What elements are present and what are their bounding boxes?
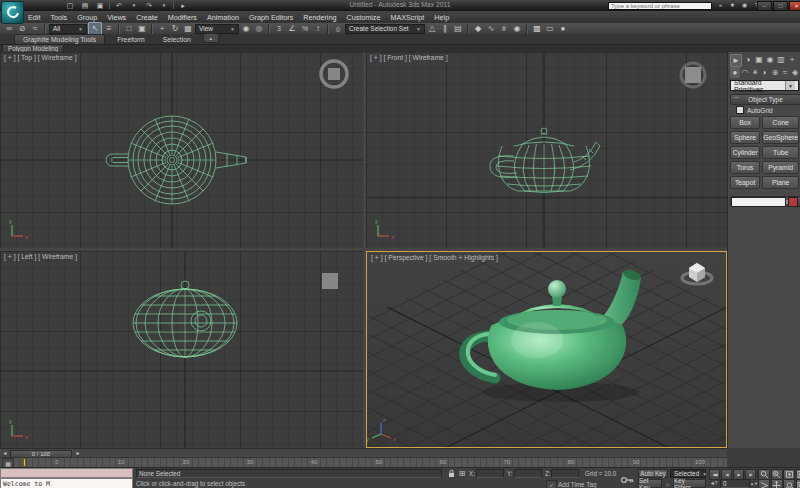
layer-manager-icon[interactable]: ▤ — [452, 23, 464, 34]
utilities-tab-icon[interactable]: + — [787, 54, 797, 65]
frame-spinner[interactable]: ▲▼ — [751, 479, 757, 488]
schematic-view-icon[interactable]: # — [498, 23, 510, 34]
close-button[interactable]: × — [789, 1, 800, 11]
menu-customize[interactable]: Customize — [346, 13, 380, 22]
window-crossing-icon[interactable]: ▣ — [136, 23, 148, 34]
select-and-manipulate-icon[interactable]: ◎ — [253, 23, 265, 34]
select-by-name-icon[interactable]: ≡ — [103, 23, 115, 34]
display-tab-icon[interactable]: ▥ — [776, 54, 786, 65]
geosphere-button[interactable]: GeoSphere — [762, 131, 799, 144]
plane-button[interactable]: Plane — [762, 176, 799, 189]
set-key-button[interactable]: Set Key — [638, 479, 662, 488]
search-input[interactable] — [608, 2, 712, 10]
menu-modifiers[interactable]: Modifiers — [168, 13, 197, 22]
motion-tab-icon[interactable]: ◉ — [765, 54, 775, 65]
viewport-top-label[interactable]: [ + ] [ Top ] [ Wireframe ] — [4, 54, 77, 61]
maxscript-listener-pink[interactable] — [0, 468, 133, 478]
use-pivot-center-icon[interactable]: ◉ — [240, 23, 252, 34]
save-file-icon[interactable]: ▣ — [94, 1, 106, 9]
menu-tools[interactable]: Tools — [50, 13, 67, 22]
new-scene-icon[interactable]: ▢ — [64, 1, 76, 9]
viewport-left-label[interactable]: [ + ] [ Left ] [ Wireframe ] — [4, 253, 77, 260]
select-and-scale-icon[interactable]: ▦ — [182, 23, 194, 34]
ribbon-tab-selection[interactable]: Selection — [157, 35, 197, 44]
selection-filter-dropdown[interactable]: All▼ — [49, 24, 87, 34]
sphere-button[interactable]: Sphere — [730, 131, 760, 144]
x-coordinate-field[interactable] — [476, 469, 504, 478]
cone-button[interactable]: Cone — [762, 116, 799, 129]
percent-snap-icon[interactable]: % — [299, 23, 311, 34]
cylinder-button[interactable]: Cylinder — [730, 146, 760, 159]
menu-views[interactable]: Views — [107, 13, 126, 22]
named-selection-set-dropdown[interactable]: Create Selection Set▼ — [345, 24, 425, 34]
object-color-swatch[interactable] — [788, 197, 798, 207]
viewport-top[interactable]: [ + ] [ Top ] [ Wireframe ] x y — [0, 52, 363, 248]
object-type-rollout[interactable]: −Object Type — [730, 94, 800, 105]
set-key-mode-icon[interactable]: ⌂ — [663, 479, 672, 488]
favorites-star-icon[interactable]: ★ — [728, 1, 737, 9]
search-go-icon[interactable]: » — [716, 1, 725, 9]
viewcube-front[interactable] — [681, 63, 705, 87]
viewport-left[interactable]: [ + ] [ Left ] [ Wireframe ] x y — [0, 251, 363, 448]
cameras-category-icon[interactable]: ◗ — [760, 67, 770, 78]
z-coordinate-field[interactable] — [551, 469, 579, 478]
add-time-tag-text[interactable]: Add Time Tag — [558, 481, 596, 488]
lock-key-icon[interactable] — [620, 472, 634, 488]
viewcube-top[interactable] — [321, 61, 347, 87]
app-logo-icon[interactable] — [1, 1, 24, 24]
create-tab-icon[interactable]: ► — [730, 54, 742, 67]
open-file-icon[interactable]: ▤ — [79, 1, 91, 9]
lights-category-icon[interactable]: ☀ — [750, 67, 760, 78]
menu-graph-editors[interactable]: Graph Editors — [249, 13, 293, 22]
render-production-icon[interactable]: ● — [557, 23, 569, 34]
y-coordinate-field[interactable] — [514, 469, 542, 478]
tube-button[interactable]: Tube — [762, 146, 799, 159]
menu-rendering[interactable]: Rendering — [303, 13, 336, 22]
communication-center-icon[interactable]: ◉ — [740, 1, 749, 9]
render-setup-icon[interactable]: ▩ — [531, 23, 543, 34]
viewport-front[interactable]: [ + ] [ Front ] [ Wireframe ] x y — [366, 52, 727, 248]
snaps-toggle-icon[interactable]: 3 — [273, 23, 285, 34]
curve-editor-icon[interactable]: ∿ — [485, 23, 497, 34]
viewcube-left[interactable] — [322, 273, 338, 289]
box-button[interactable]: Box — [730, 116, 760, 129]
current-frame-field[interactable]: 0 — [720, 479, 750, 488]
viewport-perspective[interactable]: [ + ] [ Perspective ] [ Smooth + Highlig… — [366, 251, 727, 448]
rectangular-selection-region-icon[interactable]: □ — [123, 23, 135, 34]
mirror-icon[interactable]: △ — [426, 23, 438, 34]
selection-lock-icon[interactable] — [446, 469, 456, 478]
menu-maxscript[interactable]: MAXScript — [390, 13, 424, 22]
spacewarps-category-icon[interactable]: ≈ — [780, 67, 790, 78]
menu-group[interactable]: Group — [77, 13, 97, 22]
select-and-move-icon[interactable]: + — [156, 23, 168, 34]
viewcube-perspective[interactable] — [682, 263, 712, 284]
slider-right-arrow-icon[interactable]: ► — [74, 449, 82, 457]
object-name-field[interactable] — [731, 197, 786, 207]
undo-dropdown-icon[interactable]: ▾ — [128, 1, 140, 9]
project-folder-icon[interactable]: ▸ — [177, 1, 189, 9]
maxscript-listener-white[interactable]: Welcome to M — [0, 478, 133, 488]
teapot-object[interactable] — [465, 268, 642, 402]
graphite-ribbon-toggle-icon[interactable]: ◆ — [472, 23, 484, 34]
hierarchy-tab-icon[interactable]: ▣ — [754, 54, 764, 65]
time-slider-track[interactable]: ◄ 0 / 100 ► — [0, 448, 727, 457]
menu-animation[interactable]: Animation — [207, 13, 239, 22]
material-editor-icon[interactable]: ◉ — [511, 23, 523, 34]
angle-snap-icon[interactable]: ∠ — [286, 23, 298, 34]
modify-tab-icon[interactable]: ◑ — [743, 54, 753, 65]
menu-edit[interactable]: Edit — [28, 13, 40, 22]
track-bar-ruler[interactable]: ▦ 0 10 20 30 40 50 60 70 80 90 100 — [0, 457, 727, 467]
viewport-front-label[interactable]: [ + ] [ Front ] [ Wireframe ] — [370, 54, 448, 61]
torus-button[interactable]: Torus — [730, 161, 760, 174]
spinner-snap-icon[interactable]: ↕ — [312, 23, 324, 34]
menu-help[interactable]: Help — [434, 13, 449, 22]
maximize-viewport-toggle-icon[interactable] — [796, 479, 800, 488]
bind-to-spacewarp-icon[interactable]: ≈ — [29, 23, 41, 34]
maximize-button[interactable]: □ — [773, 1, 788, 11]
autogrid-checkbox[interactable] — [736, 106, 744, 114]
viewport-perspective-label[interactable]: [ + ] [ Perspective ] [ Smooth + Highlig… — [371, 254, 498, 261]
teapot-wireframe-left[interactable] — [133, 281, 237, 357]
slider-left-arrow-icon[interactable]: ◄ — [1, 449, 9, 457]
ribbon-minimize-icon[interactable]: ▴ — [203, 33, 219, 43]
teapot-wireframe-front[interactable] — [490, 128, 600, 193]
